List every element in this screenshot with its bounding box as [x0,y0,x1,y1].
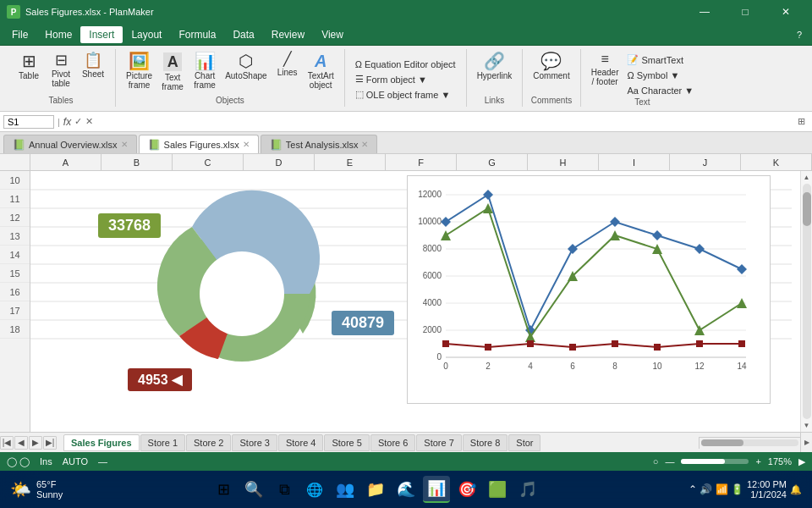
col-header-g[interactable]: G [457,154,528,170]
zoom-slider[interactable] [681,459,749,464]
tab-sales-figures[interactable]: 📗 Sales Figures.xlsx ✕ [139,135,259,153]
tab-test-analysis[interactable]: 📗 Test Analysis.xlsx ✕ [261,135,378,153]
row-12[interactable]: 12 [0,208,30,227]
browser-icon[interactable]: 🌊 [392,476,420,503]
sheet-tab-store5[interactable]: Store 5 [324,434,369,451]
comment-button[interactable]: 💬 Comment [529,51,573,82]
scrollbar-horizontal[interactable] [699,437,800,449]
sheet-tab-store7[interactable]: Store 7 [416,434,461,451]
menu-layout[interactable]: Layout [123,26,170,43]
smart-text-button[interactable]: 📝 SmartText [623,52,697,67]
cancel-icon[interactable]: ✕ [85,116,93,127]
row-10[interactable]: 10 [0,171,30,190]
explorer-button[interactable]: 📁 [362,476,389,503]
formula-separator: | [58,117,60,127]
row-16[interactable]: 16 [0,283,30,301]
hyperlink-button[interactable]: 🔗 Hyperlink [474,51,516,82]
status-arrow-icon[interactable]: ▶ [798,456,805,467]
close-button[interactable]: ✕ [766,0,805,24]
chart-frame-button[interactable]: 📊 Chartframe [189,51,220,91]
menu-file[interactable]: File [3,26,36,43]
tab-scroll-icon[interactable]: ▶ [800,433,812,453]
menu-view[interactable]: View [313,26,352,43]
minimize-button[interactable]: — [685,0,724,24]
status-plus-icon[interactable]: + [755,456,760,467]
picture-frame-button[interactable]: 🖼️ Pictureframe [123,51,156,91]
sheet-tab-sales-figures[interactable]: Sales Figures [63,434,140,451]
menu-formula[interactable]: Formula [170,26,224,43]
col-header-e[interactable]: E [315,154,386,170]
equation-editor-button[interactable]: Ω Equation Editor object [352,58,459,71]
pivot-table-button[interactable]: ⊟ Pivottable [46,51,76,90]
notification-icon[interactable]: 🔔 [790,484,802,495]
sheet-prev-btn[interactable]: ◀ [14,436,28,450]
table-button[interactable]: ⊞ Table [14,51,44,82]
row-15[interactable]: 15 [0,264,30,283]
col-header-k[interactable]: K [741,154,812,170]
row-11[interactable]: 11 [0,190,30,208]
tab-close-test[interactable]: ✕ [361,140,368,149]
cells-area[interactable]: 33768 40879 4953 ◀ 12000 10000 [30,171,800,432]
text-frame-button[interactable]: A Textframe [157,51,188,93]
tab-annual-overview[interactable]: 📗 Annual Overview.xlsx ✕ [3,135,137,153]
row-17[interactable]: 17 [0,301,30,320]
row-14[interactable]: 14 [0,246,30,264]
sheet-tab-store1[interactable]: Store 1 [140,434,185,451]
tab-close-sales[interactable]: ✕ [243,140,250,149]
search-button[interactable]: 🔍 [240,476,267,503]
edge-button[interactable]: 🌐 [301,476,328,503]
tab-close-annual[interactable]: ✕ [121,140,128,149]
sheet-next-btn[interactable]: ▶ [29,436,42,450]
scrollbar-vertical[interactable]: ▲ ▼ [800,171,812,432]
autoshape-button[interactable]: ⬡ AutoShape [222,51,271,82]
sheet-tab-store8[interactable]: Store 8 [463,434,508,451]
textart-button[interactable]: A TextArtobject [304,51,337,91]
sheet-last-btn[interactable]: ▶| [43,436,57,450]
scroll-thumb-h[interactable] [701,439,743,446]
row-18[interactable]: 18 [0,320,30,339]
col-header-b[interactable]: B [102,154,173,170]
start-button[interactable]: ⊞ [210,476,237,503]
check-icon[interactable]: ✓ [74,116,82,127]
menu-insert[interactable]: Insert [80,26,123,43]
app7-button[interactable]: 🟩 [484,476,511,503]
ole-frame-button[interactable]: ⬚ OLE object frame ▼ [352,87,459,102]
col-header-d[interactable]: D [244,154,315,170]
character-button[interactable]: Aa Character ▼ [623,84,697,97]
col-header-f[interactable]: F [386,154,457,170]
col-header-h[interactable]: H [528,154,599,170]
help-button[interactable]: ? [790,30,809,40]
col-header-a[interactable]: A [30,154,102,170]
teams-button[interactable]: 👥 [332,476,359,503]
planmaker-taskbar-btn[interactable]: 📊 [423,476,450,503]
status-minus-icon[interactable]: — [665,456,674,467]
scroll-thumb-v[interactable] [803,192,811,226]
app8-button[interactable]: 🎵 [514,476,541,503]
col-header-j[interactable]: J [670,154,741,170]
sheet-tab-store3[interactable]: Store 3 [232,434,277,451]
menu-data[interactable]: Data [224,26,262,43]
menu-home[interactable]: Home [36,26,80,43]
sheet-button[interactable]: 📋 Sheet [78,51,108,80]
symbol-button[interactable]: Ω Symbol ▼ [623,69,697,82]
sheet-tab-store2[interactable]: Store 2 [186,434,231,451]
app6-button[interactable]: 🎯 [453,476,480,503]
formula-expand-icon[interactable]: ⊞ [794,116,809,127]
maximize-button[interactable]: □ [726,0,765,24]
lines-button[interactable]: ╱ Lines [272,51,303,79]
formula-input[interactable] [96,117,791,127]
col-header-i[interactable]: I [599,154,670,170]
sheet-tab-store4[interactable]: Store 4 [278,434,323,451]
scroll-down-arrow[interactable]: ▼ [803,421,811,430]
menu-review[interactable]: Review [263,26,313,43]
col-header-c[interactable]: C [173,154,244,170]
row-13[interactable]: 13 [0,227,30,246]
header-footer-button[interactable]: ≡ Header/ footer [588,51,623,88]
sheet-tab-store6[interactable]: Store 6 [370,434,415,451]
sheet-tab-stor[interactable]: Stor [508,434,540,451]
cell-reference-input[interactable] [3,115,54,129]
form-object-button[interactable]: ☰ Form object ▼ [352,72,459,86]
sheet-first-btn[interactable]: |◀ [0,436,14,450]
taskview-button[interactable]: ⧉ [271,476,298,503]
scroll-up-arrow[interactable]: ▲ [803,173,811,182]
